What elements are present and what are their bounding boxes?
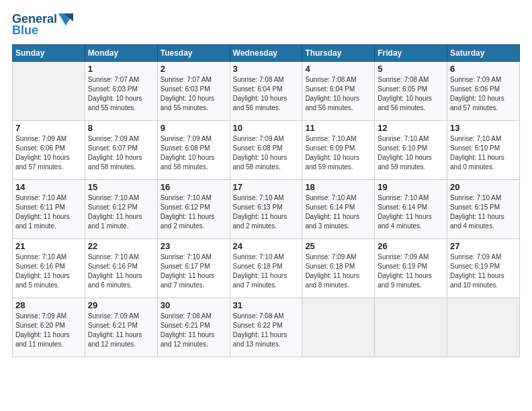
- day-info: Sunrise: 7:09 AM Sunset: 6:20 PM Dayligh…: [15, 312, 82, 349]
- calendar-cell: 6Sunrise: 7:09 AM Sunset: 6:06 PM Daylig…: [447, 62, 520, 121]
- day-number: 27: [450, 241, 517, 251]
- day-info: Sunrise: 7:08 AM Sunset: 6:04 PM Dayligh…: [233, 75, 300, 113]
- calendar-cell: 17Sunrise: 7:10 AM Sunset: 6:13 PM Dayli…: [230, 180, 302, 239]
- day-info: Sunrise: 7:08 AM Sunset: 6:05 PM Dayligh…: [378, 75, 444, 113]
- calendar-cell: 14Sunrise: 7:10 AM Sunset: 6:11 PM Dayli…: [13, 180, 85, 239]
- calendar-cell: 31Sunrise: 7:08 AM Sunset: 6:22 PM Dayli…: [230, 298, 302, 357]
- day-info: Sunrise: 7:10 AM Sunset: 6:10 PM Dayligh…: [450, 134, 517, 172]
- day-info: Sunrise: 7:10 AM Sunset: 6:17 PM Dayligh…: [161, 253, 227, 290]
- calendar-cell: 2Sunrise: 7:07 AM Sunset: 6:03 PM Daylig…: [157, 62, 230, 121]
- day-number: 30: [161, 300, 227, 310]
- day-number: 3: [233, 64, 300, 74]
- day-number: 6: [450, 64, 517, 74]
- day-info: Sunrise: 7:09 AM Sunset: 6:19 PM Dayligh…: [450, 253, 517, 290]
- logo-blue: Blue: [12, 24, 38, 38]
- day-number: 18: [305, 182, 371, 192]
- day-info: Sunrise: 7:10 AM Sunset: 6:14 PM Dayligh…: [305, 193, 371, 231]
- day-number: 8: [88, 123, 154, 133]
- day-number: 31: [233, 300, 300, 310]
- calendar-cell: [375, 298, 447, 357]
- day-number: 26: [378, 241, 444, 251]
- day-number: 11: [305, 123, 371, 133]
- day-info: Sunrise: 7:10 AM Sunset: 6:13 PM Dayligh…: [233, 193, 300, 231]
- week-row-3: 14Sunrise: 7:10 AM Sunset: 6:11 PM Dayli…: [13, 180, 520, 239]
- day-info: Sunrise: 7:09 AM Sunset: 6:07 PM Dayligh…: [88, 134, 154, 172]
- day-number: 10: [233, 123, 300, 133]
- day-info: Sunrise: 7:07 AM Sunset: 6:03 PM Dayligh…: [88, 75, 154, 113]
- day-info: Sunrise: 7:08 AM Sunset: 6:21 PM Dayligh…: [161, 312, 227, 349]
- day-info: Sunrise: 7:10 AM Sunset: 6:16 PM Dayligh…: [88, 253, 154, 290]
- week-row-4: 21Sunrise: 7:10 AM Sunset: 6:16 PM Dayli…: [13, 239, 520, 298]
- day-number: 5: [378, 64, 444, 74]
- day-info: Sunrise: 7:10 AM Sunset: 6:16 PM Dayligh…: [15, 253, 82, 290]
- calendar-cell: 26Sunrise: 7:09 AM Sunset: 6:19 PM Dayli…: [375, 239, 447, 298]
- day-info: Sunrise: 7:10 AM Sunset: 6:11 PM Dayligh…: [15, 193, 82, 231]
- header-row: SundayMondayTuesdayWednesdayThursdayFrid…: [13, 45, 520, 62]
- calendar-cell: 8Sunrise: 7:09 AM Sunset: 6:07 PM Daylig…: [85, 121, 157, 180]
- day-header-friday: Friday: [375, 45, 447, 62]
- day-info: Sunrise: 7:09 AM Sunset: 6:21 PM Dayligh…: [88, 312, 154, 349]
- calendar-cell: 1Sunrise: 7:07 AM Sunset: 6:03 PM Daylig…: [85, 62, 157, 121]
- day-number: 15: [88, 182, 154, 192]
- day-info: Sunrise: 7:09 AM Sunset: 6:06 PM Dayligh…: [450, 75, 517, 113]
- day-number: 24: [233, 241, 300, 251]
- calendar-cell: 25Sunrise: 7:09 AM Sunset: 6:18 PM Dayli…: [302, 239, 375, 298]
- calendar-cell: [13, 62, 85, 121]
- day-number: 21: [15, 241, 82, 251]
- calendar-cell: 13Sunrise: 7:10 AM Sunset: 6:10 PM Dayli…: [447, 121, 520, 180]
- day-number: 4: [305, 64, 371, 74]
- calendar-cell: [302, 298, 375, 357]
- calendar-cell: 18Sunrise: 7:10 AM Sunset: 6:14 PM Dayli…: [302, 180, 375, 239]
- logo: General Blue: [12, 12, 73, 38]
- day-info: Sunrise: 7:08 AM Sunset: 6:04 PM Dayligh…: [305, 75, 371, 113]
- day-number: 14: [15, 182, 82, 192]
- calendar-cell: 21Sunrise: 7:10 AM Sunset: 6:16 PM Dayli…: [13, 239, 85, 298]
- day-info: Sunrise: 7:10 AM Sunset: 6:09 PM Dayligh…: [305, 134, 371, 172]
- day-number: 20: [450, 182, 517, 192]
- calendar-cell: 4Sunrise: 7:08 AM Sunset: 6:04 PM Daylig…: [302, 62, 375, 121]
- day-header-wednesday: Wednesday: [230, 45, 302, 62]
- day-number: 7: [15, 123, 82, 133]
- calendar-cell: 10Sunrise: 7:09 AM Sunset: 6:08 PM Dayli…: [230, 121, 302, 180]
- calendar-page: General Blue SundayMondayTuesdayWednesda…: [0, 0, 532, 411]
- calendar-cell: 3Sunrise: 7:08 AM Sunset: 6:04 PM Daylig…: [230, 62, 302, 121]
- day-info: Sunrise: 7:10 AM Sunset: 6:18 PM Dayligh…: [233, 253, 300, 290]
- calendar-cell: 29Sunrise: 7:09 AM Sunset: 6:21 PM Dayli…: [85, 298, 157, 357]
- calendar-cell: 5Sunrise: 7:08 AM Sunset: 6:05 PM Daylig…: [375, 62, 447, 121]
- day-number: 1: [88, 64, 154, 74]
- day-number: 23: [161, 241, 227, 251]
- calendar-cell: 22Sunrise: 7:10 AM Sunset: 6:16 PM Dayli…: [85, 239, 157, 298]
- calendar-cell: 16Sunrise: 7:10 AM Sunset: 6:12 PM Dayli…: [157, 180, 230, 239]
- day-number: 12: [378, 123, 444, 133]
- day-number: 9: [161, 123, 227, 133]
- day-header-thursday: Thursday: [302, 45, 375, 62]
- day-info: Sunrise: 7:10 AM Sunset: 6:10 PM Dayligh…: [378, 134, 444, 172]
- day-info: Sunrise: 7:09 AM Sunset: 6:08 PM Dayligh…: [161, 134, 227, 172]
- day-info: Sunrise: 7:07 AM Sunset: 6:03 PM Dayligh…: [161, 75, 227, 113]
- day-number: 16: [161, 182, 227, 192]
- day-header-tuesday: Tuesday: [157, 45, 230, 62]
- day-info: Sunrise: 7:08 AM Sunset: 6:22 PM Dayligh…: [233, 312, 300, 349]
- day-info: Sunrise: 7:09 AM Sunset: 6:06 PM Dayligh…: [15, 134, 82, 172]
- day-info: Sunrise: 7:09 AM Sunset: 6:08 PM Dayligh…: [233, 134, 300, 172]
- week-row-2: 7Sunrise: 7:09 AM Sunset: 6:06 PM Daylig…: [13, 121, 520, 180]
- calendar-cell: [447, 298, 520, 357]
- calendar-cell: 15Sunrise: 7:10 AM Sunset: 6:12 PM Dayli…: [85, 180, 157, 239]
- day-number: 13: [450, 123, 517, 133]
- header: General Blue: [12, 12, 520, 38]
- day-info: Sunrise: 7:10 AM Sunset: 6:12 PM Dayligh…: [161, 193, 227, 231]
- day-number: 17: [233, 182, 300, 192]
- day-info: Sunrise: 7:10 AM Sunset: 6:15 PM Dayligh…: [450, 193, 517, 231]
- day-header-monday: Monday: [85, 45, 157, 62]
- calendar-cell: 23Sunrise: 7:10 AM Sunset: 6:17 PM Dayli…: [157, 239, 230, 298]
- calendar-table: SundayMondayTuesdayWednesdayThursdayFrid…: [12, 44, 520, 357]
- calendar-cell: 24Sunrise: 7:10 AM Sunset: 6:18 PM Dayli…: [230, 239, 302, 298]
- calendar-cell: 12Sunrise: 7:10 AM Sunset: 6:10 PM Dayli…: [375, 121, 447, 180]
- calendar-cell: 7Sunrise: 7:09 AM Sunset: 6:06 PM Daylig…: [13, 121, 85, 180]
- calendar-cell: 30Sunrise: 7:08 AM Sunset: 6:21 PM Dayli…: [157, 298, 230, 357]
- day-number: 22: [88, 241, 154, 251]
- week-row-5: 28Sunrise: 7:09 AM Sunset: 6:20 PM Dayli…: [13, 298, 520, 357]
- day-header-sunday: Sunday: [13, 45, 85, 62]
- day-number: 29: [88, 300, 154, 310]
- day-info: Sunrise: 7:10 AM Sunset: 6:14 PM Dayligh…: [378, 193, 444, 231]
